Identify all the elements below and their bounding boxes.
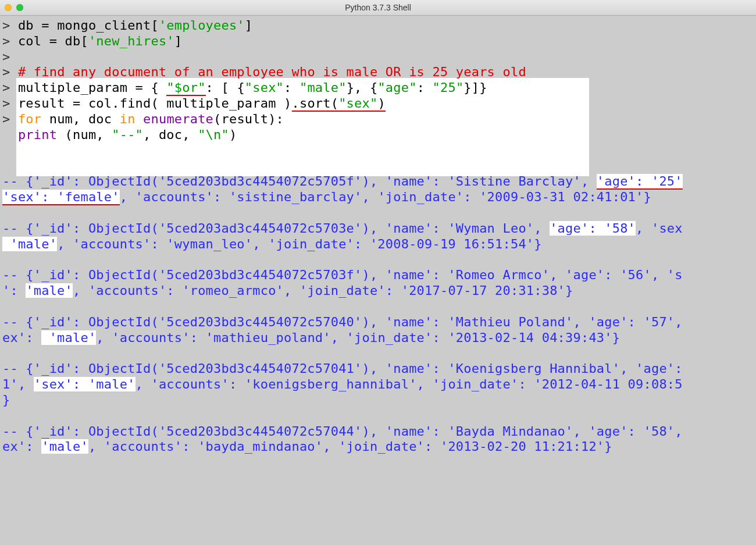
shell-output-area[interactable]: > db = mongo_client['employees'] > col =… — [0, 16, 756, 455]
code-line: > multiple_param = { "$or": [ {"sex": "m… — [2, 80, 756, 96]
output-line: -- {'_id': ObjectId('5ced203bd3c4454072c… — [2, 268, 756, 283]
code-line: > db = mongo_client['employees'] — [2, 18, 756, 34]
output-line: } — [2, 393, 756, 408]
blank-line — [2, 158, 756, 174]
output-line: ': 'male', 'accounts': 'romeo_armco', 'j… — [2, 283, 756, 299]
output-line: -- {'_id': ObjectId('5ced203ad3c4454072c… — [2, 221, 756, 237]
output-line: 'male', 'accounts': 'wyman_leo', 'join_d… — [2, 237, 756, 252]
sex-male-highlight: 'male' — [2, 237, 57, 251]
sex-male-highlight: 'male' — [41, 330, 96, 345]
window-titlebar: Python 3.7.3 Shell — [0, 0, 756, 16]
window-title: Python 3.7.3 Shell — [0, 3, 756, 12]
sex-male-highlight: 'male' — [26, 283, 73, 298]
output-line: -- {'_id': ObjectId('5ced203bd3c4454072c… — [2, 361, 756, 377]
code-line: print (num, "--", doc, "\n") — [2, 127, 756, 143]
output-line: -- {'_id': ObjectId('5ced203bd3c4454072c… — [2, 424, 756, 440]
output-line: 'sex': 'female', 'accounts': 'sistine_ba… — [2, 190, 756, 205]
code-line: > result = col.find( multiple_param ).so… — [2, 96, 756, 112]
idle-shell-window: Python 3.7.3 Shell > db = mongo_client['… — [0, 0, 756, 545]
or-operator: "$or" — [166, 80, 205, 96]
code-line: > # find any document of an employee who… — [2, 65, 756, 80]
blank-line — [2, 408, 756, 424]
age-highlight: 'age': '58' — [550, 221, 636, 236]
code-line: > for num, doc in enumerate(result): — [2, 112, 756, 127]
code-line: > col = db['new_hires'] — [2, 34, 756, 49]
blank-line — [2, 143, 756, 159]
blank-line — [2, 299, 756, 315]
output-line: 1', 'sex': 'male', 'accounts': 'koenigsb… — [2, 377, 756, 393]
code-line: > — [2, 49, 756, 65]
output-line: ex': 'male', 'accounts': 'bayda_mindanao… — [2, 439, 756, 455]
age-25-highlight: 'age': '25' — [597, 174, 683, 190]
sex-female-highlight: 'sex': 'female' — [2, 190, 120, 205]
output-line: ex': 'male', 'accounts': 'mathieu_poland… — [2, 330, 756, 346]
blank-line — [2, 205, 756, 221]
output-line: -- {'_id': ObjectId('5ced203bd3c4454072c… — [2, 315, 756, 330]
blank-line — [2, 252, 756, 268]
sort-call: .sort( — [292, 96, 339, 112]
sex-male-highlight: 'sex': 'male' — [34, 377, 135, 391]
blank-line — [2, 345, 756, 361]
output-line: -- {'_id': ObjectId('5ced203bd3c4454072c… — [2, 174, 756, 190]
prompt: > — [2, 18, 10, 33]
sex-male-highlight: 'male' — [41, 439, 88, 454]
